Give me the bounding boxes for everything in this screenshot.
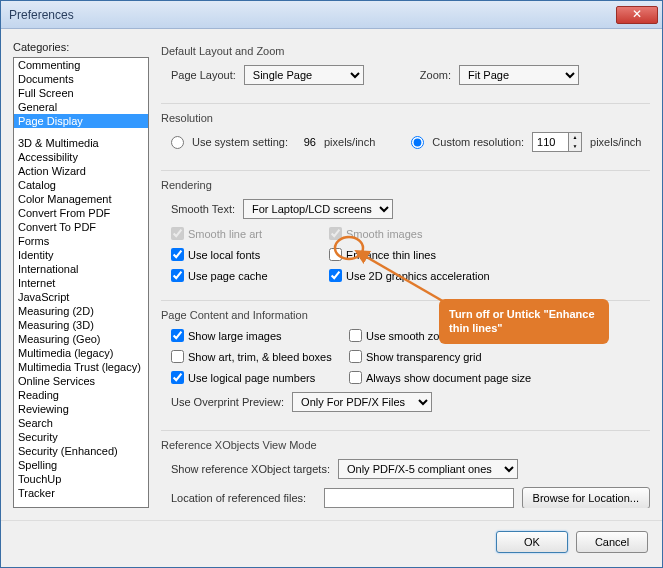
cancel-button[interactable]: Cancel — [576, 531, 648, 553]
zoom-select[interactable]: Fit Page — [459, 65, 579, 85]
category-item[interactable]: Reviewing — [14, 402, 148, 416]
show-transparency-grid-label: Show transparency grid — [366, 351, 482, 363]
category-item[interactable]: Security — [14, 430, 148, 444]
use-local-fonts-label: Use local fonts — [188, 249, 260, 261]
category-item[interactable]: Reading — [14, 388, 148, 402]
preferences-window: Preferences ✕ Categories: CommentingDocu… — [0, 0, 663, 568]
categories-list[interactable]: CommentingDocumentsFull ScreenGeneralPag… — [13, 57, 149, 508]
category-item[interactable]: Convert From PDF — [14, 206, 148, 220]
callout-tooltip: Turn off or Untick "Enhance thin lines" — [439, 299, 609, 344]
always-show-doc-page-size-checkbox[interactable] — [349, 371, 362, 384]
smooth-images-checkbox — [329, 227, 342, 240]
category-item[interactable]: JavaScript — [14, 290, 148, 304]
page-layout-label: Page Layout: — [171, 69, 236, 81]
smooth-line-art-label: Smooth line art — [188, 228, 262, 240]
show-ref-xobject-label: Show reference XObject targets: — [171, 463, 330, 475]
browse-location-button[interactable]: Browse for Location... — [522, 487, 650, 508]
section-layout-title: Default Layout and Zoom — [161, 45, 650, 57]
category-item[interactable]: Color Management — [14, 192, 148, 206]
use-overprint-label: Use Overprint Preview: — [171, 396, 284, 408]
custom-resolution-radio[interactable] — [411, 136, 424, 149]
location-label: Location of referenced files: — [171, 492, 316, 504]
use-system-label: Use system setting: — [192, 136, 288, 148]
enhance-thin-lines-checkbox[interactable] — [329, 248, 342, 261]
spinner-down-icon[interactable]: ▼ — [569, 142, 581, 151]
category-item[interactable]: Convert To PDF — [14, 220, 148, 234]
category-item[interactable]: Online Services — [14, 374, 148, 388]
dialog-button-bar: OK Cancel — [1, 520, 662, 567]
show-large-images-label: Show large images — [188, 330, 282, 342]
category-item[interactable]: Forms — [14, 234, 148, 248]
section-rendering: Rendering Smooth Text: For Laptop/LCD sc… — [161, 179, 650, 301]
category-item[interactable]: Catalog — [14, 178, 148, 192]
category-item[interactable]: 3D & Multimedia — [14, 136, 148, 150]
use-local-fonts-checkbox[interactable] — [171, 248, 184, 261]
category-item[interactable]: Identity — [14, 248, 148, 262]
section-layout: Default Layout and Zoom Page Layout: Sin… — [161, 45, 650, 104]
category-separator — [14, 128, 148, 136]
section-rendering-title: Rendering — [161, 179, 650, 191]
category-item[interactable]: Measuring (2D) — [14, 304, 148, 318]
window-close-button[interactable]: ✕ — [616, 6, 658, 24]
custom-resolution-spinner[interactable]: ▲ ▼ — [532, 132, 582, 152]
category-item[interactable]: Accessibility — [14, 150, 148, 164]
category-item[interactable]: International — [14, 262, 148, 276]
category-item[interactable]: Search — [14, 416, 148, 430]
use-logical-page-numbers-checkbox[interactable] — [171, 371, 184, 384]
category-item[interactable]: Measuring (Geo) — [14, 332, 148, 346]
use-smooth-zooming-checkbox[interactable] — [349, 329, 362, 342]
location-input[interactable] — [324, 488, 514, 508]
use-2d-accel-checkbox[interactable] — [329, 269, 342, 282]
section-resolution: Resolution Use system setting: 96 pixels… — [161, 112, 650, 171]
page-layout-select[interactable]: Single Page — [244, 65, 364, 85]
category-item[interactable]: Action Wizard — [14, 164, 148, 178]
use-page-cache-label: Use page cache — [188, 270, 268, 282]
pixels-inch-1: pixels/inch — [324, 136, 375, 148]
use-system-radio[interactable] — [171, 136, 184, 149]
category-item[interactable]: Security (Enhanced) — [14, 444, 148, 458]
category-item[interactable]: Page Display — [14, 114, 148, 128]
smooth-text-select[interactable]: For Laptop/LCD screens — [243, 199, 393, 219]
smooth-line-art-checkbox — [171, 227, 184, 240]
system-dpi-value: 96 — [296, 136, 316, 148]
settings-pane: Default Layout and Zoom Page Layout: Sin… — [161, 41, 650, 508]
category-item[interactable]: TouchUp — [14, 472, 148, 486]
smooth-images-label: Smooth images — [346, 228, 422, 240]
always-show-doc-page-size-label: Always show document page size — [366, 372, 531, 384]
section-xobjects-title: Reference XObjects View Mode — [161, 439, 650, 451]
show-art-trim-checkbox[interactable] — [171, 350, 184, 363]
custom-resolution-input[interactable] — [532, 132, 568, 152]
use-logical-page-numbers-label: Use logical page numbers — [188, 372, 315, 384]
category-item[interactable]: General — [14, 100, 148, 114]
pixels-inch-2: pixels/inch — [590, 136, 641, 148]
category-item[interactable]: Commenting — [14, 58, 148, 72]
show-ref-xobject-select[interactable]: Only PDF/X-5 compliant ones — [338, 459, 518, 479]
category-item[interactable]: Tracker — [14, 486, 148, 500]
titlebar: Preferences ✕ — [1, 1, 662, 29]
category-item[interactable]: Measuring (3D) — [14, 318, 148, 332]
use-page-cache-checkbox[interactable] — [171, 269, 184, 282]
window-title: Preferences — [9, 8, 616, 22]
enhance-thin-lines-label: Enhance thin lines — [346, 249, 436, 261]
category-item[interactable]: Full Screen — [14, 86, 148, 100]
use-2d-accel-label: Use 2D graphics acceleration — [346, 270, 490, 282]
section-resolution-title: Resolution — [161, 112, 650, 124]
category-item[interactable]: Multimedia Trust (legacy) — [14, 360, 148, 374]
category-item[interactable]: Spelling — [14, 458, 148, 472]
smooth-text-label: Smooth Text: — [171, 203, 235, 215]
use-overprint-select[interactable]: Only For PDF/X Files — [292, 392, 432, 412]
custom-resolution-label: Custom resolution: — [432, 136, 524, 148]
category-item[interactable]: Documents — [14, 72, 148, 86]
show-large-images-checkbox[interactable] — [171, 329, 184, 342]
section-xobjects: Reference XObjects View Mode Show refere… — [161, 439, 650, 508]
categories-pane: Categories: CommentingDocumentsFull Scre… — [13, 41, 149, 508]
zoom-label: Zoom: — [420, 69, 451, 81]
spinner-up-icon[interactable]: ▲ — [569, 133, 581, 142]
category-item[interactable]: Internet — [14, 276, 148, 290]
categories-label: Categories: — [13, 41, 149, 53]
category-item[interactable]: Multimedia (legacy) — [14, 346, 148, 360]
show-art-trim-label: Show art, trim, & bleed boxes — [188, 351, 332, 363]
ok-button[interactable]: OK — [496, 531, 568, 553]
show-transparency-grid-checkbox[interactable] — [349, 350, 362, 363]
content-area: Categories: CommentingDocumentsFull Scre… — [1, 29, 662, 520]
